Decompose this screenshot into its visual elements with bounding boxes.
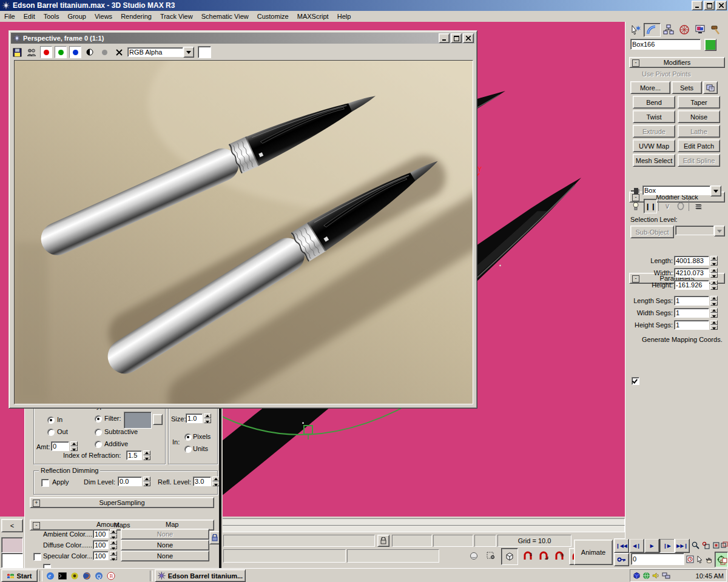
blue-channel-toggle[interactable] xyxy=(69,46,81,58)
modifier-stack-dropdown[interactable]: Box xyxy=(642,186,721,196)
quick-launch-firefox-icon[interactable] xyxy=(82,571,92,581)
length-field[interactable] xyxy=(674,256,709,266)
tab-display[interactable] xyxy=(692,23,708,36)
bend-modifier-button[interactable]: Bend xyxy=(633,96,675,109)
pin-stack-toggle[interactable]: ❙❙ xyxy=(644,199,657,213)
minimize-button[interactable] xyxy=(692,1,703,10)
zoom-extents-icon[interactable] xyxy=(711,538,721,552)
generate-mapping-coords-checkbox[interactable] xyxy=(632,377,639,385)
current-frame-field[interactable] xyxy=(631,553,684,565)
start-button[interactable]: Start xyxy=(1,569,38,582)
menu-edit[interactable]: Edit xyxy=(19,12,39,21)
specular-amount-field[interactable] xyxy=(93,551,109,560)
supersampling-rollout[interactable]: + SuperSampling xyxy=(30,497,214,508)
ior-field[interactable] xyxy=(126,450,142,460)
mesh-select-modifier-button[interactable]: Mesh Select xyxy=(633,154,675,167)
chevron-down-icon[interactable] xyxy=(183,47,194,58)
select-object-icon[interactable] xyxy=(695,553,704,565)
menu-maxscript[interactable]: MAXScript xyxy=(293,12,333,21)
uvw-map-modifier-button[interactable]: UVW Map xyxy=(633,139,675,152)
render-minimize-button[interactable] xyxy=(439,33,450,43)
close-button[interactable] xyxy=(716,1,727,10)
width-spinner[interactable] xyxy=(710,268,718,278)
menu-customize[interactable]: Customize xyxy=(253,12,293,21)
specular-amount-spinner[interactable] xyxy=(110,551,117,560)
ambient-map-button[interactable]: None xyxy=(121,529,209,540)
tab-create[interactable] xyxy=(628,23,644,36)
active-toggle-bulb-icon[interactable] xyxy=(630,200,641,212)
tray-globe-icon[interactable] xyxy=(642,572,650,580)
more-modifiers-button[interactable]: More... xyxy=(630,81,670,94)
green-channel-toggle[interactable] xyxy=(55,46,67,58)
lathe-modifier-button[interactable]: Lathe xyxy=(678,125,720,138)
filter-map-button[interactable] xyxy=(153,414,163,425)
tab-motion[interactable] xyxy=(676,23,692,36)
width-segs-field[interactable] xyxy=(674,308,709,318)
next-frame-button[interactable]: ❙▶ xyxy=(659,538,675,553)
amt-field[interactable] xyxy=(51,441,69,451)
show-end-result-icon[interactable]: ∨ xyxy=(662,200,673,212)
quick-launch-q-icon[interactable]: Q xyxy=(94,571,104,581)
height-field[interactable] xyxy=(674,280,709,290)
render-window-titlebar[interactable]: Perspective, frame 0 (1:1) xyxy=(11,33,475,44)
coord-y-field[interactable] xyxy=(433,535,473,547)
dim-level-field[interactable] xyxy=(118,477,142,486)
pan-hand-icon[interactable] xyxy=(705,553,713,565)
previous-frame-button[interactable]: ◀❙ xyxy=(629,538,644,553)
red-channel-toggle[interactable] xyxy=(40,46,52,58)
object-color-swatch[interactable] xyxy=(704,39,716,51)
alpha-channel-icon[interactable] xyxy=(98,46,110,58)
taskbar-task-button[interactable]: Edson Barrel titanium.... xyxy=(155,569,246,582)
noise-modifier-button[interactable]: Noise xyxy=(678,110,720,123)
subtractive-radio[interactable] xyxy=(95,429,102,436)
menu-tools[interactable]: Tools xyxy=(39,12,64,21)
zoom-all-icon[interactable] xyxy=(701,538,710,552)
length-segs-field[interactable] xyxy=(674,296,709,306)
amt-spinner[interactable] xyxy=(70,441,78,451)
remove-modifier-icon[interactable] xyxy=(675,200,686,212)
play-button[interactable]: ▶ xyxy=(644,538,659,553)
time-slider-left-arrow[interactable]: < xyxy=(1,519,23,532)
additive-radio[interactable] xyxy=(95,441,102,448)
zoom-extents-all-icon[interactable] xyxy=(721,538,728,552)
set-key-button[interactable] xyxy=(614,553,629,566)
taper-modifier-button[interactable]: Taper xyxy=(678,96,720,109)
channel-dropdown[interactable]: RGB Alpha xyxy=(127,47,194,58)
length-segs-spinner[interactable] xyxy=(710,296,718,306)
tab-utilities[interactable] xyxy=(708,23,724,36)
time-configuration-icon[interactable] xyxy=(686,553,694,565)
zoom-tool-icon[interactable] xyxy=(690,538,700,552)
extrude-modifier-button[interactable]: Extrude xyxy=(633,125,675,138)
percent-snap-toggle[interactable]: % xyxy=(552,549,567,564)
min-max-toggle-icon[interactable] xyxy=(720,557,727,566)
monochrome-channel-icon[interactable] xyxy=(84,46,96,58)
quick-launch-terminal-icon[interactable] xyxy=(58,571,67,581)
height-segs-spinner[interactable] xyxy=(710,320,718,330)
ambient-map-checkbox[interactable] xyxy=(33,553,41,561)
apply-checkbox[interactable] xyxy=(41,479,49,487)
object-name-field[interactable] xyxy=(630,39,701,50)
width-segs-spinner[interactable] xyxy=(710,308,718,318)
render-close-button[interactable] xyxy=(463,33,474,43)
angle-snap-toggle[interactable] xyxy=(536,549,551,564)
tray-network-icon[interactable] xyxy=(662,572,670,580)
ambient-amount-spinner[interactable] xyxy=(110,529,117,538)
edit-stack-icon[interactable] xyxy=(692,200,704,212)
edit-spline-modifier-button[interactable]: Edit Spline xyxy=(678,154,720,167)
edit-patch-modifier-button[interactable]: Edit Patch xyxy=(678,139,720,152)
size-spinner[interactable] xyxy=(204,413,211,423)
pixels-radio[interactable] xyxy=(184,433,192,441)
diffuse-amount-spinner[interactable] xyxy=(110,540,117,549)
falloff-in-radio[interactable] xyxy=(47,416,55,424)
render-maximize-button[interactable] xyxy=(451,33,462,43)
chevron-down-icon[interactable] xyxy=(710,186,721,196)
crossing-selection-toggle[interactable] xyxy=(467,549,480,563)
menu-help[interactable]: Help xyxy=(333,12,356,21)
selection-lock-toggle[interactable] xyxy=(377,535,389,547)
go-to-start-button[interactable]: ❙◀◀ xyxy=(614,538,629,553)
coord-x-field[interactable] xyxy=(392,535,432,547)
twist-modifier-button[interactable]: Twist xyxy=(633,110,675,123)
sets-button[interactable]: Sets xyxy=(672,81,702,94)
animate-button[interactable]: Animate xyxy=(574,540,613,565)
menu-group[interactable]: Group xyxy=(63,12,90,21)
